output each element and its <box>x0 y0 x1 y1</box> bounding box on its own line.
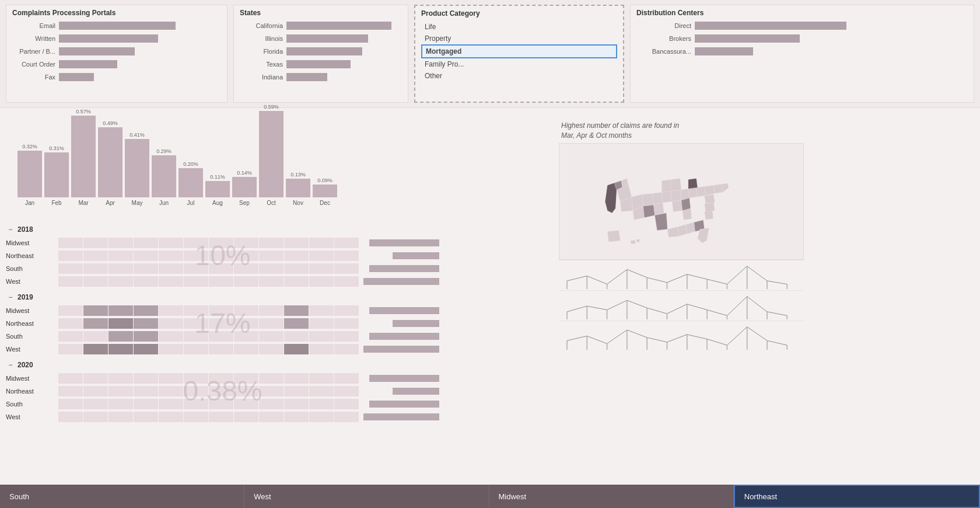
missouri-path[interactable] <box>672 200 682 212</box>
matrix-cell[interactable] <box>334 276 359 287</box>
matrix-region-row[interactable]: Midwest <box>6 236 439 249</box>
matrix-cell[interactable] <box>108 276 133 287</box>
matrix-cell[interactable] <box>259 263 284 274</box>
matrix-cell[interactable] <box>234 276 258 287</box>
matrix-cell[interactable] <box>159 276 183 287</box>
matrix-cell[interactable] <box>284 386 309 396</box>
matrix-cell[interactable] <box>159 373 183 384</box>
matrix-cell[interactable] <box>58 373 83 384</box>
hawaii2-path[interactable] <box>636 239 640 242</box>
bottom-tab-northeast[interactable]: Northeast <box>734 485 980 508</box>
matrix-cell[interactable] <box>58 238 83 248</box>
matrix-cell[interactable] <box>184 373 208 384</box>
matrix-cell[interactable] <box>334 250 359 261</box>
matrix-cell[interactable] <box>259 276 284 287</box>
oklahoma-path[interactable] <box>653 203 664 215</box>
matrix-cell[interactable] <box>234 318 258 329</box>
matrix-cell[interactable] <box>159 331 183 342</box>
matrix-cell[interactable] <box>108 386 133 396</box>
matrix-cell[interactable] <box>259 386 284 396</box>
alabama-path[interactable] <box>686 222 695 234</box>
matrix-cell[interactable] <box>184 344 208 354</box>
matrix-cell[interactable] <box>234 305 258 316</box>
matrix-cell[interactable] <box>259 318 284 329</box>
matrix-cell[interactable] <box>108 399 133 409</box>
matrix-region-row[interactable]: South <box>6 330 439 343</box>
colorado-path[interactable] <box>642 193 654 206</box>
matrix-cell[interactable] <box>284 318 309 329</box>
matrix-cell[interactable] <box>334 344 359 354</box>
matrix-cell[interactable] <box>159 412 183 422</box>
matrix-cell[interactable] <box>284 331 309 342</box>
month-bar-group[interactable]: 0.09% Dec <box>313 178 337 206</box>
matrix-cell[interactable] <box>108 250 133 261</box>
year-toggle[interactable]: − <box>6 360 15 370</box>
matrix-cell[interactable] <box>108 373 133 384</box>
matrix-cell[interactable] <box>334 412 359 422</box>
matrix-cell[interactable] <box>108 344 133 354</box>
product-items[interactable]: LifePropertyMortgagedFamily Pro...Other <box>421 21 617 82</box>
matrix-cell[interactable] <box>134 305 158 316</box>
matrix-cell[interactable] <box>259 373 284 384</box>
matrix-cell[interactable] <box>83 318 108 329</box>
matrix-cell[interactable] <box>134 412 158 422</box>
hawaii1-path[interactable] <box>631 240 636 243</box>
matrix-region-row[interactable]: South <box>6 398 439 410</box>
matrix-cell[interactable] <box>83 344 108 354</box>
matrix-cell[interactable] <box>284 305 309 316</box>
matrix-cell[interactable] <box>334 318 359 329</box>
matrix-cell[interactable] <box>184 276 208 287</box>
matrix-cell[interactable] <box>309 331 334 342</box>
distribution-bar-row[interactable]: Brokers <box>636 33 968 44</box>
matrix-cell[interactable] <box>309 373 334 384</box>
complaints-bar-row[interactable]: Email <box>12 20 221 31</box>
matrix-cell[interactable] <box>184 305 208 316</box>
matrix-region-row[interactable]: Northeast <box>6 249 439 262</box>
sd-path[interactable] <box>662 179 672 192</box>
matrix-cell[interactable] <box>108 318 133 329</box>
matrix-cell[interactable] <box>83 331 108 342</box>
matrix-cell[interactable] <box>134 263 158 274</box>
matrix-cell[interactable] <box>159 263 183 274</box>
matrix-cell[interactable] <box>134 386 158 396</box>
ny-path[interactable] <box>713 184 723 193</box>
matrix-cell[interactable] <box>234 238 258 248</box>
mississippi-path[interactable] <box>678 224 687 236</box>
california-path[interactable] <box>605 183 617 213</box>
matrix-cell[interactable] <box>309 412 334 422</box>
matrix-cell[interactable] <box>83 412 108 422</box>
matrix-cell[interactable] <box>209 250 233 261</box>
us-map-container[interactable] <box>559 143 804 260</box>
mn-path[interactable] <box>671 178 681 191</box>
matrix-cell[interactable] <box>108 305 133 316</box>
nm-path[interactable] <box>643 205 655 218</box>
states-bar-row[interactable]: Indiana <box>240 72 402 82</box>
matrix-cell[interactable] <box>234 386 258 396</box>
product-item[interactable]: Family Pro... <box>421 58 617 70</box>
product-item[interactable]: Other <box>421 70 617 82</box>
matrix-cell[interactable] <box>108 331 133 342</box>
month-bar-group[interactable]: 0.11% Aug <box>205 174 230 206</box>
matrix-cell[interactable] <box>134 276 158 287</box>
louisiana-path[interactable] <box>667 227 679 237</box>
matrix-cell[interactable] <box>159 238 183 248</box>
matrix-cell[interactable] <box>234 263 258 274</box>
matrix-cell[interactable] <box>58 344 83 354</box>
matrix-cell[interactable] <box>209 386 233 396</box>
matrix-cell[interactable] <box>83 305 108 316</box>
nebraska-path[interactable] <box>662 191 672 203</box>
bottom-tab-south[interactable]: South <box>0 485 244 508</box>
states-bar-row[interactable]: Florida <box>240 46 402 57</box>
month-bar-group[interactable]: 0.49% Apr <box>98 120 123 206</box>
matrix-cell[interactable] <box>234 250 258 261</box>
matrix-cell[interactable] <box>309 250 334 261</box>
bottom-tab-west[interactable]: West <box>244 485 489 508</box>
matrix-cell[interactable] <box>209 344 233 354</box>
matrix-region-row[interactable]: Northeast <box>6 385 439 398</box>
matrix-cell[interactable] <box>58 305 83 316</box>
matrix-cell[interactable] <box>184 263 208 274</box>
va-path[interactable] <box>705 194 715 204</box>
matrix-cell[interactable] <box>334 386 359 396</box>
matrix-cell[interactable] <box>58 263 83 274</box>
matrix-cell[interactable] <box>58 276 83 287</box>
